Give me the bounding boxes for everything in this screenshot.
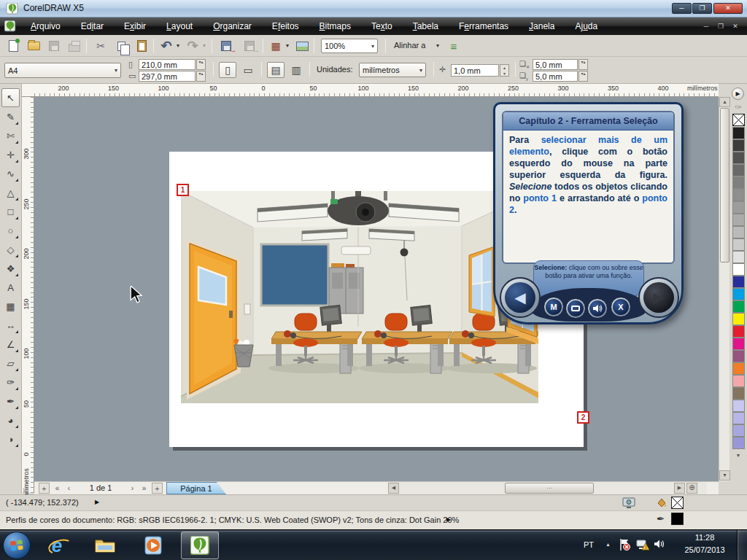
export-button[interactable]: → — [241, 38, 258, 54]
title-bar[interactable]: CorelDRAW X5 ─ ❐ ✕ — [0, 0, 747, 18]
text-tool[interactable]: A — [1, 278, 20, 297]
palette-color-swatch[interactable] — [732, 176, 745, 189]
scroll-right-icon[interactable]: ▶ — [674, 483, 685, 494]
units-combo[interactable]: milímetros ▾ — [359, 63, 426, 77]
menu-arquivo[interactable]: Arquivo — [22, 19, 69, 34]
point-1-marker[interactable]: 1 — [177, 184, 189, 196]
palette-color-swatch[interactable] — [732, 400, 745, 412]
duplicate-y-field[interactable]: 5,0 mm — [533, 71, 578, 82]
coordinates-expand-icon[interactable]: ▶ — [95, 499, 99, 505]
landscape-button[interactable]: ▭ — [239, 62, 257, 78]
redo-dropdown-icon[interactable]: ▾ — [203, 42, 206, 49]
effects-tool[interactable]: ▱ — [1, 354, 20, 373]
menu-editar[interactable]: Editar — [72, 19, 112, 34]
rectangle-tool[interactable]: □ — [1, 202, 20, 221]
first-page-button[interactable]: « — [52, 483, 63, 494]
undo-button[interactable]: ↶ — [158, 38, 175, 54]
shape-tool[interactable]: ✎ — [1, 107, 20, 126]
add-page-button[interactable]: + — [39, 483, 50, 494]
palette-color-swatch[interactable] — [732, 288, 745, 300]
snap-to-dropdown-icon[interactable]: ▾ — [436, 42, 439, 49]
clock-time[interactable]: 11:28 — [678, 533, 731, 542]
nudge-spinner[interactable]: ▴▾ — [500, 64, 509, 77]
palette-color-swatch[interactable] — [732, 313, 745, 325]
scroll-down-icon[interactable]: ▼ — [719, 470, 730, 481]
palette-color-swatch[interactable] — [732, 201, 745, 214]
snap-to-label[interactable]: Alinhar a — [394, 41, 425, 50]
last-page-button[interactable]: » — [139, 483, 150, 494]
zoom-level-combo[interactable]: 100% ▾ — [321, 39, 378, 53]
copy-button[interactable] — [112, 38, 130, 54]
horizontal-scroll-thumb[interactable]: ⋯ — [505, 483, 594, 494]
application-launcher-button[interactable]: ▦ — [267, 38, 285, 54]
duplicate-x-field[interactable]: 5,0 mm — [533, 59, 578, 70]
freehand-tool[interactable]: ∿ — [1, 164, 20, 183]
launcher-dropdown-icon[interactable]: ▾ — [286, 42, 289, 49]
current-page-button[interactable]: ▥ — [287, 62, 305, 78]
menu-janela[interactable]: Janela — [520, 19, 563, 34]
print-button[interactable] — [66, 38, 83, 54]
palette-color-swatch[interactable] — [732, 387, 745, 400]
dimension-tool[interactable]: ↔ — [1, 316, 20, 335]
point-2-marker[interactable]: 2 — [577, 411, 589, 424]
scroll-up-icon[interactable]: ▲ — [719, 97, 730, 107]
menu-texto[interactable]: Texto — [363, 19, 401, 34]
all-pages-button[interactable]: ▤ — [267, 62, 285, 78]
paper-width-spinner[interactable]: ▾▴ — [196, 59, 206, 70]
prev-page-button[interactable]: ‹ — [63, 483, 74, 494]
tutorial-popup[interactable]: Capítulo 2 - Ferramenta Seleção Para sel… — [493, 102, 684, 324]
nudge-field[interactable]: 1,0 mm — [451, 64, 499, 77]
pan-tool[interactable]: ✛ — [1, 145, 20, 164]
redo-button[interactable]: ↷ — [184, 38, 201, 54]
palette-color-swatch[interactable] — [732, 214, 745, 226]
tutorial-minimize-button[interactable] — [565, 298, 586, 319]
new-document-button[interactable] — [4, 38, 22, 54]
page-tab[interactable]: Página 1 — [166, 482, 226, 494]
palette-color-swatch[interactable] — [732, 189, 745, 201]
polygon-tool[interactable]: ◇ — [1, 240, 20, 259]
palette-color-swatch[interactable] — [732, 424, 745, 437]
palette-color-swatch[interactable] — [732, 375, 745, 387]
popup-link[interactable]: ponto 1 — [523, 193, 557, 203]
palette-color-swatch[interactable] — [732, 127, 745, 139]
taskbar-windows-explorer[interactable] — [86, 532, 124, 559]
tutorial-sound-button[interactable] — [587, 298, 608, 319]
palette-color-swatch[interactable] — [732, 226, 745, 238]
palette-color-swatch[interactable] — [732, 300, 745, 313]
taskbar-media-player[interactable] — [134, 532, 172, 559]
scroll-left-icon[interactable]: ◀ — [388, 483, 399, 494]
palette-color-swatch[interactable] — [732, 164, 745, 176]
document-info-icon[interactable] — [622, 497, 636, 511]
paper-type-combo[interactable]: A4 ▾ — [4, 63, 121, 78]
palette-color-swatch[interactable] — [732, 325, 745, 338]
doc-restore-icon[interactable]: ❐ — [715, 22, 727, 31]
import-button[interactable]: → — [217, 38, 235, 54]
taskbar-coreldraw[interactable] — [181, 532, 219, 559]
palette-color-swatch[interactable] — [732, 362, 745, 375]
ellipse-tool[interactable]: ○ — [1, 221, 20, 240]
close-button[interactable]: ✕ — [713, 3, 743, 14]
menu-tabela[interactable]: Tabela — [404, 19, 447, 34]
show-desktop-button[interactable] — [737, 530, 747, 560]
vertical-scrollbar[interactable]: ▲ ▼ — [719, 97, 729, 481]
interactive-fill-tool[interactable]: ◑ — [1, 429, 20, 448]
undo-dropdown-icon[interactable]: ▾ — [177, 42, 179, 49]
horizontal-ruler[interactable]: milímetros 20015010050050100150200250300… — [22, 84, 719, 97]
palette-color-swatch[interactable] — [732, 412, 745, 424]
menu-ferramentas[interactable]: Ferramentas — [450, 19, 517, 34]
blue-board[interactable] — [261, 244, 328, 306]
profiles-expand-icon[interactable]: ▶ — [446, 516, 451, 523]
duplicate-x-spinner[interactable]: ▾▴ — [578, 59, 588, 70]
basic-shapes-tool[interactable]: ❖ — [1, 259, 20, 278]
palette-color-swatch[interactable] — [732, 338, 745, 350]
palette-color-swatch[interactable] — [732, 437, 745, 449]
clock-date[interactable]: 25/07/2013 — [678, 545, 731, 554]
minimize-button[interactable]: ─ — [672, 3, 692, 14]
vertical-scroll-thumb[interactable] — [720, 108, 729, 262]
paper-width-field[interactable]: 210,0 mm — [139, 59, 196, 70]
save-button[interactable] — [45, 38, 63, 54]
start-button[interactable] — [3, 532, 31, 559]
action-center-icon[interactable] — [619, 538, 630, 553]
restore-button[interactable]: ❐ — [692, 3, 712, 14]
open-button[interactable] — [25, 38, 42, 54]
